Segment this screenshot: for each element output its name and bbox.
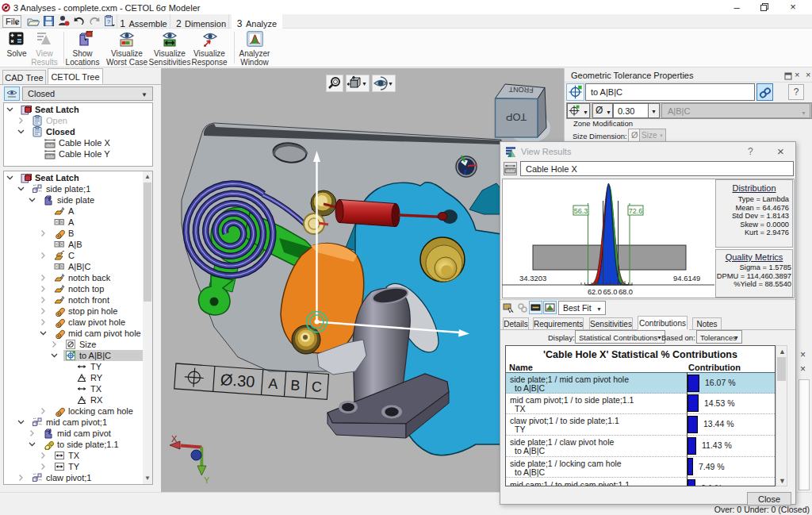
svg-text:56.3: 56.3 — [574, 207, 588, 215]
svg-text:34.3203: 34.3203 — [519, 274, 546, 282]
svg-text:C: C — [311, 379, 322, 395]
svg-text:Y: Y — [204, 475, 210, 485]
svg-text:65.0: 65.0 — [603, 288, 617, 296]
svg-text:?: ? — [107, 18, 111, 25]
svg-text:B: B — [290, 377, 301, 394]
svg-text:Ø.30: Ø.30 — [220, 371, 255, 390]
svg-text:TOP: TOP — [506, 111, 527, 123]
svg-text:72.6: 72.6 — [629, 207, 643, 215]
svg-text:62.0: 62.0 — [588, 288, 602, 296]
svg-text:X: X — [171, 434, 178, 444]
svg-text:94.6149: 94.6149 — [673, 274, 700, 282]
svg-text:68.0: 68.0 — [619, 288, 633, 296]
svg-text:FRONT: FRONT — [508, 85, 534, 94]
svg-text:A: A — [268, 375, 278, 392]
